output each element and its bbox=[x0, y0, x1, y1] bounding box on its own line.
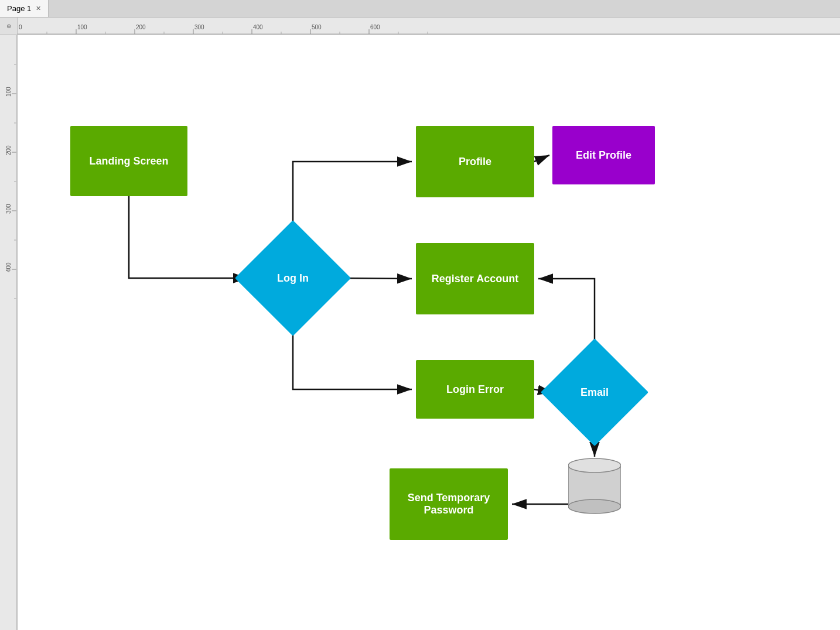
login-error-node[interactable]: Login Error bbox=[416, 360, 534, 419]
svg-text:400: 400 bbox=[5, 262, 12, 272]
main-area: 100 200 300 400 bbox=[0, 35, 840, 630]
svg-point-38 bbox=[568, 499, 621, 513]
svg-text:0: 0 bbox=[19, 24, 22, 30]
login-label: Log In bbox=[277, 272, 309, 285]
landing-screen-node[interactable]: Landing Screen bbox=[70, 126, 187, 196]
ruler-row: ⊕ 0 100 200 300 400 500 600 bbox=[0, 18, 840, 35]
login-node[interactable]: Log In bbox=[252, 237, 334, 319]
profile-label: Profile bbox=[459, 156, 491, 168]
landing-screen-label: Landing Screen bbox=[89, 155, 168, 167]
register-label: Register Account bbox=[432, 273, 518, 285]
login-error-label: Login Error bbox=[446, 384, 504, 396]
svg-text:100: 100 bbox=[77, 24, 87, 30]
svg-text:100: 100 bbox=[5, 87, 12, 97]
edit-profile-node[interactable]: Edit Profile bbox=[552, 126, 655, 184]
tab-bar: Page 1 ✕ bbox=[0, 0, 840, 18]
svg-text:200: 200 bbox=[136, 24, 146, 30]
svg-point-39 bbox=[568, 458, 621, 473]
ruler-left: 100 200 300 400 bbox=[0, 35, 18, 630]
ruler-top: 0 100 200 300 400 500 600 bbox=[18, 18, 840, 35]
email-label: Email bbox=[581, 386, 609, 399]
send-temp-password-node[interactable]: Send Temporary Password bbox=[390, 468, 508, 540]
ruler-corner: ⊕ bbox=[0, 18, 18, 35]
tab-label: Page 1 bbox=[7, 4, 31, 13]
svg-text:300: 300 bbox=[5, 204, 12, 214]
svg-text:200: 200 bbox=[5, 145, 12, 155]
register-account-node[interactable]: Register Account bbox=[416, 243, 534, 314]
connectors-svg bbox=[18, 35, 840, 630]
profile-node[interactable]: Profile bbox=[416, 126, 534, 197]
svg-text:400: 400 bbox=[253, 24, 263, 30]
svg-text:500: 500 bbox=[312, 24, 322, 30]
email-node[interactable]: Email bbox=[556, 354, 633, 430]
edit-profile-label: Edit Profile bbox=[576, 149, 631, 162]
canvas: Landing Screen Profile Edit Profile Log … bbox=[18, 35, 840, 630]
tab-close-button[interactable]: ✕ bbox=[36, 5, 41, 12]
send-temp-label: Send Temporary Password bbox=[390, 492, 508, 516]
tab-page1[interactable]: Page 1 ✕ bbox=[0, 0, 49, 17]
svg-text:300: 300 bbox=[194, 24, 204, 30]
database-cylinder bbox=[568, 457, 621, 515]
svg-text:600: 600 bbox=[370, 24, 380, 30]
